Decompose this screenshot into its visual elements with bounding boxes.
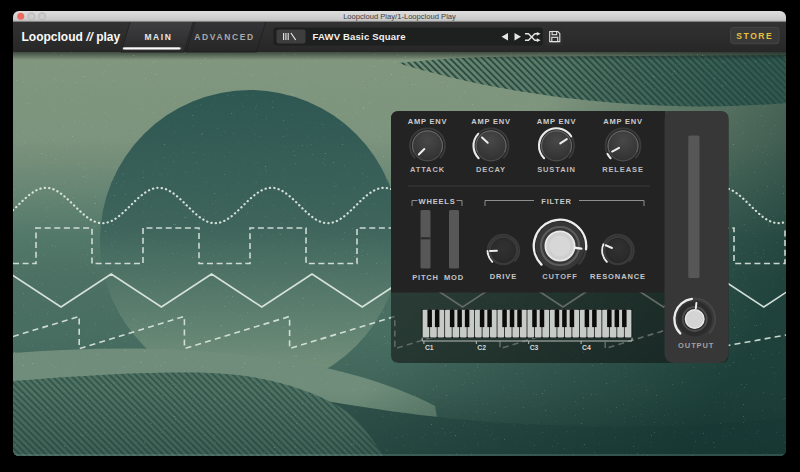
svg-text:OUTPUT: OUTPUT bbox=[678, 341, 714, 350]
svg-text:CUTOFF: CUTOFF bbox=[542, 272, 578, 281]
svg-text:PITCH: PITCH bbox=[412, 273, 439, 282]
svg-text:WHEELS: WHEELS bbox=[419, 197, 456, 206]
svg-text:C2: C2 bbox=[477, 344, 486, 351]
svg-text:DRIVE: DRIVE bbox=[490, 272, 517, 281]
svg-text:FILTER: FILTER bbox=[541, 197, 572, 206]
svg-text:ADVANCED: ADVANCED bbox=[194, 32, 254, 42]
svg-text:AMP ENV: AMP ENV bbox=[471, 117, 511, 126]
svg-text:C4: C4 bbox=[582, 344, 591, 351]
svg-text:AMP ENV: AMP ENV bbox=[603, 117, 643, 126]
svg-text:C1: C1 bbox=[425, 344, 434, 351]
svg-text:DECAY: DECAY bbox=[476, 165, 506, 174]
svg-text:MAIN: MAIN bbox=[144, 32, 172, 42]
svg-text:RESONANCE: RESONANCE bbox=[590, 272, 646, 281]
svg-text:MOD: MOD bbox=[444, 273, 464, 282]
svg-text:C3: C3 bbox=[530, 344, 539, 351]
svg-text:AMP ENV: AMP ENV bbox=[537, 117, 577, 126]
svg-text:Loopcloud // play: Loopcloud // play bbox=[22, 30, 121, 44]
svg-text:RELEASE: RELEASE bbox=[602, 165, 644, 174]
svg-text:STORE: STORE bbox=[736, 31, 773, 41]
svg-text:ATTACK: ATTACK bbox=[410, 165, 445, 174]
svg-text:AMP ENV: AMP ENV bbox=[408, 117, 448, 126]
svg-text:Loopcloud Play/1-Loopcloud Pla: Loopcloud Play/1-Loopcloud Play bbox=[343, 12, 456, 21]
svg-text:FAWV Basic Square: FAWV Basic Square bbox=[313, 31, 406, 42]
svg-text:SUSTAIN: SUSTAIN bbox=[537, 165, 576, 174]
